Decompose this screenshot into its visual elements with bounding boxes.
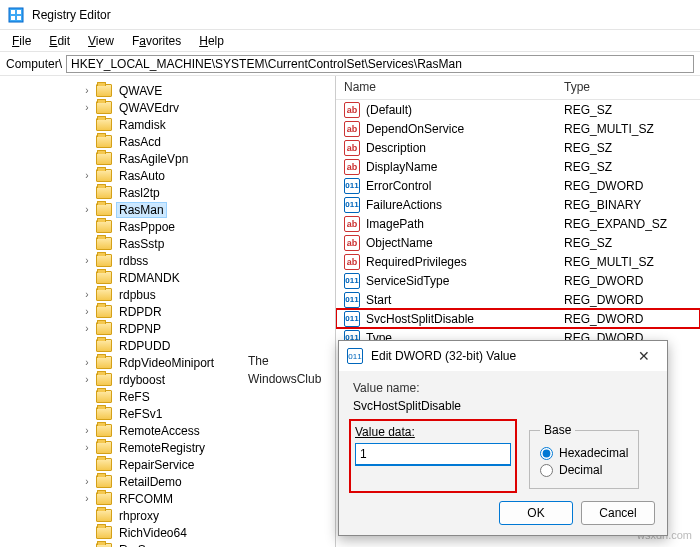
tree-item-rasl2tp[interactable]: Rasl2tp bbox=[0, 184, 335, 201]
value-type: REG_MULTI_SZ bbox=[556, 255, 676, 269]
list-row[interactable]: 011FailureActionsREG_BINARY bbox=[336, 195, 700, 214]
expand-icon[interactable]: › bbox=[80, 357, 94, 368]
folder-icon bbox=[96, 339, 112, 352]
expand-icon[interactable]: › bbox=[80, 425, 94, 436]
tree-item-raspppoe[interactable]: RasPppoe bbox=[0, 218, 335, 235]
value-name: FailureActions bbox=[366, 198, 442, 212]
menu-help[interactable]: Help bbox=[191, 32, 232, 50]
menu-file[interactable]: File bbox=[4, 32, 39, 50]
string-icon: ab bbox=[344, 140, 360, 156]
list-row[interactable]: abImagePathREG_EXPAND_SZ bbox=[336, 214, 700, 233]
col-name[interactable]: Name bbox=[336, 76, 556, 99]
folder-icon bbox=[96, 492, 112, 505]
tree-item-ramdisk[interactable]: Ramdisk bbox=[0, 116, 335, 133]
tree-item-rasauto[interactable]: ›RasAuto bbox=[0, 167, 335, 184]
menu-favorites[interactable]: Favorites bbox=[124, 32, 189, 50]
tree-item-rassstp[interactable]: RasSstp bbox=[0, 235, 335, 252]
expand-icon[interactable]: › bbox=[80, 85, 94, 96]
expand-icon[interactable]: › bbox=[80, 442, 94, 453]
folder-icon bbox=[96, 305, 112, 318]
tree-item-repairservice[interactable]: RepairService bbox=[0, 456, 335, 473]
folder-icon bbox=[96, 526, 112, 539]
tree-pane[interactable]: ›QWAVE›QWAVEdrvRamdiskRasAcdRasAgileVpn›… bbox=[0, 76, 336, 547]
value-type: REG_EXPAND_SZ bbox=[556, 217, 676, 231]
tree-item-rasacd[interactable]: RasAcd bbox=[0, 133, 335, 150]
radio-hex[interactable]: Hexadecimal bbox=[540, 446, 628, 460]
tree-label: RasMan bbox=[116, 202, 167, 218]
folder-icon bbox=[96, 458, 112, 471]
string-icon: ab bbox=[344, 216, 360, 232]
radio-hex-input[interactable] bbox=[540, 447, 553, 460]
tree-item-rdbss[interactable]: ›rdbss bbox=[0, 252, 335, 269]
tree-item-rasagilevpn[interactable]: RasAgileVpn bbox=[0, 150, 335, 167]
address-input[interactable] bbox=[66, 55, 694, 73]
tree-item-remoteaccess[interactable]: ›RemoteAccess bbox=[0, 422, 335, 439]
col-type[interactable]: Type bbox=[556, 76, 676, 99]
expand-icon[interactable]: › bbox=[80, 493, 94, 504]
value-type: REG_SZ bbox=[556, 141, 676, 155]
tree-label: RasAgileVpn bbox=[116, 152, 191, 166]
expand-icon[interactable]: › bbox=[80, 323, 94, 334]
dialog-title: Edit DWORD (32-bit) Value bbox=[371, 349, 629, 363]
tree-item-rdpvideominiport[interactable]: ›RdpVideoMiniport bbox=[0, 354, 335, 371]
radio-dec[interactable]: Decimal bbox=[540, 463, 628, 477]
list-row[interactable]: 011SvcHostSplitDisableREG_DWORD bbox=[336, 309, 700, 328]
list-row[interactable]: abDependOnServiceREG_MULTI_SZ bbox=[336, 119, 700, 138]
expand-icon[interactable]: › bbox=[80, 289, 94, 300]
list-row[interactable]: 011StartREG_DWORD bbox=[336, 290, 700, 309]
tree-item-qwave[interactable]: ›QWAVE bbox=[0, 82, 335, 99]
tree-item-rmsvc[interactable]: ›RmSvc bbox=[0, 541, 335, 547]
tree-label: ReFSv1 bbox=[116, 407, 165, 421]
menu-view[interactable]: View bbox=[80, 32, 122, 50]
close-icon[interactable]: ✕ bbox=[629, 348, 659, 364]
value-type: REG_SZ bbox=[556, 236, 676, 250]
tree-item-richvideo64[interactable]: RichVideo64 bbox=[0, 524, 335, 541]
tree-item-refsv1[interactable]: ReFSv1 bbox=[0, 405, 335, 422]
tree-item-rdmandk[interactable]: RDMANDK bbox=[0, 269, 335, 286]
tree-label: rdpbus bbox=[116, 288, 159, 302]
value-name: Start bbox=[366, 293, 391, 307]
tree-item-retaildemo[interactable]: ›RetailDemo bbox=[0, 473, 335, 490]
value-data-input[interactable] bbox=[355, 443, 511, 466]
tree-label: RepairService bbox=[116, 458, 197, 472]
tree-label: RasAcd bbox=[116, 135, 164, 149]
tree-label: RdpVideoMiniport bbox=[116, 356, 217, 370]
tree-item-rdpdr[interactable]: ›RDPDR bbox=[0, 303, 335, 320]
expand-icon[interactable]: › bbox=[80, 255, 94, 266]
expand-icon[interactable]: › bbox=[80, 204, 94, 215]
tree-item-rhproxy[interactable]: rhproxy bbox=[0, 507, 335, 524]
tree-item-rdpbus[interactable]: ›rdpbus bbox=[0, 286, 335, 303]
list-row[interactable]: abObjectNameREG_SZ bbox=[336, 233, 700, 252]
cancel-button[interactable]: Cancel bbox=[581, 501, 655, 525]
ok-button[interactable]: OK bbox=[499, 501, 573, 525]
tree-label: QWAVEdrv bbox=[116, 101, 182, 115]
radio-dec-input[interactable] bbox=[540, 464, 553, 477]
expand-icon[interactable]: › bbox=[80, 374, 94, 385]
value-name: (Default) bbox=[366, 103, 412, 117]
tree-item-qwavedrv[interactable]: ›QWAVEdrv bbox=[0, 99, 335, 116]
folder-icon bbox=[96, 288, 112, 301]
list-row[interactable]: 011ServiceSidTypeREG_DWORD bbox=[336, 271, 700, 290]
tree-item-rdyboost[interactable]: ›rdyboost bbox=[0, 371, 335, 388]
tree-item-rasman[interactable]: ›RasMan bbox=[0, 201, 335, 218]
tree-item-rdpudd[interactable]: RDPUDD bbox=[0, 337, 335, 354]
tree-label: RetailDemo bbox=[116, 475, 185, 489]
tree-item-refs[interactable]: ReFS bbox=[0, 388, 335, 405]
tree-item-remoteregistry[interactable]: ›RemoteRegistry bbox=[0, 439, 335, 456]
list-row[interactable]: 011ErrorControlREG_DWORD bbox=[336, 176, 700, 195]
expand-icon[interactable]: › bbox=[80, 306, 94, 317]
expand-icon[interactable]: › bbox=[80, 170, 94, 181]
list-row[interactable]: abDisplayNameREG_SZ bbox=[336, 157, 700, 176]
list-row[interactable]: abRequiredPrivilegesREG_MULTI_SZ bbox=[336, 252, 700, 271]
folder-icon bbox=[96, 220, 112, 233]
list-row[interactable]: ab(Default)REG_SZ bbox=[336, 100, 700, 119]
list-row[interactable]: abDescriptionREG_SZ bbox=[336, 138, 700, 157]
expand-icon[interactable]: › bbox=[80, 102, 94, 113]
folder-icon bbox=[96, 135, 112, 148]
menu-edit[interactable]: Edit bbox=[41, 32, 78, 50]
binary-icon: 011 bbox=[344, 311, 360, 327]
tree-item-rdpnp[interactable]: ›RDPNP bbox=[0, 320, 335, 337]
list-body[interactable]: ab(Default)REG_SZabDependOnServiceREG_MU… bbox=[336, 100, 700, 347]
tree-item-rfcomm[interactable]: ›RFCOMM bbox=[0, 490, 335, 507]
expand-icon[interactable]: › bbox=[80, 476, 94, 487]
